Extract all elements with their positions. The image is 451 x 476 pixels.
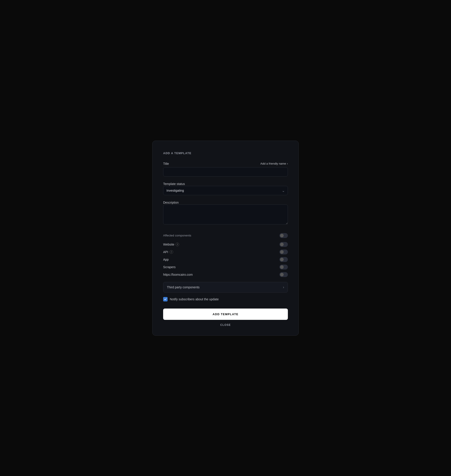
template-status-select-wrapper: Investigating Identified Monitoring Reso… bbox=[163, 186, 288, 195]
app-label: App bbox=[163, 258, 169, 261]
description-textarea[interactable] bbox=[163, 204, 288, 224]
affected-components-label: Affected components bbox=[163, 234, 191, 237]
website-toggle[interactable] bbox=[279, 242, 288, 247]
description-label: Description bbox=[163, 201, 179, 204]
close-link[interactable]: CLOSE bbox=[163, 323, 288, 327]
website-info-icon: i bbox=[175, 243, 179, 246]
loomcairo-toggle-row: https://loomcairo.com bbox=[163, 271, 288, 278]
title-label: Title bbox=[163, 162, 169, 166]
app-toggle[interactable] bbox=[279, 257, 288, 262]
add-template-modal: ADD A TEMPLATE Title Add a friendly name… bbox=[152, 141, 299, 336]
template-status-label: Template status bbox=[163, 182, 185, 186]
api-toggle[interactable] bbox=[279, 250, 288, 254]
website-toggle-row: Website i bbox=[163, 241, 288, 248]
scrapers-label: Scrapers bbox=[163, 265, 175, 269]
affected-components-section: Affected components Website i API i App … bbox=[163, 231, 288, 278]
app-toggle-row: App bbox=[163, 256, 288, 263]
affected-components-header-row: Affected components bbox=[163, 231, 288, 241]
notify-label: Notify subscribers about the update bbox=[170, 297, 219, 301]
chevron-right-icon: › bbox=[287, 162, 288, 165]
add-template-button[interactable]: ADD TEMPLATE bbox=[163, 309, 288, 320]
description-field-group: Description bbox=[163, 200, 288, 225]
third-party-label: Third party components bbox=[167, 285, 200, 289]
scrapers-toggle-row: Scrapers bbox=[163, 263, 288, 271]
api-label: API i bbox=[163, 250, 173, 254]
add-friendly-name-link[interactable]: Add a friendly name › bbox=[260, 162, 288, 165]
title-input[interactable] bbox=[163, 167, 288, 177]
template-status-field-group: Template status Investigating Identified… bbox=[163, 182, 288, 195]
api-info-icon: i bbox=[169, 250, 173, 254]
title-field-header: Title Add a friendly name › bbox=[163, 162, 288, 166]
title-field-group: Title Add a friendly name › bbox=[163, 162, 288, 177]
website-label: Website i bbox=[163, 243, 179, 246]
loomcairo-label: https://loomcairo.com bbox=[163, 273, 193, 276]
scrapers-toggle[interactable] bbox=[279, 265, 288, 270]
third-party-components-row[interactable]: Third party components › bbox=[163, 282, 288, 293]
template-status-select[interactable]: Investigating Identified Monitoring Reso… bbox=[163, 186, 288, 195]
checkmark-icon bbox=[164, 298, 167, 301]
loomcairo-toggle[interactable] bbox=[279, 272, 288, 277]
modal-title: ADD A TEMPLATE bbox=[163, 151, 288, 155]
affected-components-toggle[interactable] bbox=[279, 233, 288, 238]
notify-checkbox-row: Notify subscribers about the update bbox=[163, 297, 288, 302]
third-party-chevron-icon: › bbox=[283, 285, 284, 289]
notify-checkbox[interactable] bbox=[163, 297, 168, 302]
api-toggle-row: API i bbox=[163, 248, 288, 256]
